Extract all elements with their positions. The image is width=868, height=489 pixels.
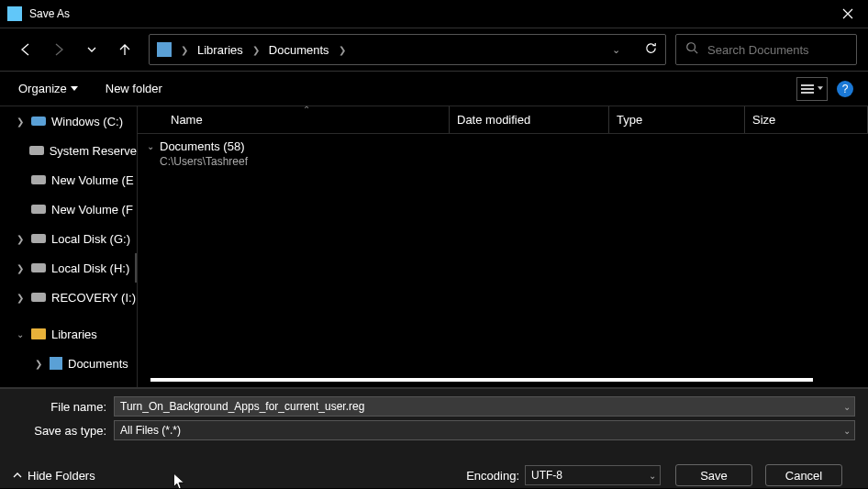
sort-indicator-icon: ⌃	[163, 105, 449, 115]
sidebar-drive-c[interactable]: ❯ Windows (C:)	[0, 106, 137, 136]
drive-label: RECOVERY (I:)	[51, 291, 136, 305]
save-type-select[interactable]: All Files (*.*) ⌄	[114, 420, 855, 440]
sidebar-documents[interactable]: ❯ Documents	[0, 349, 137, 378]
svg-rect-1	[801, 84, 814, 86]
title-bar: Save As	[0, 0, 868, 28]
drive-label: New Volume (E	[51, 173, 134, 187]
chevron-right-icon[interactable]: ❯	[181, 45, 188, 55]
drive-icon	[29, 146, 44, 155]
chevron-down-icon[interactable]: ⌄	[843, 402, 851, 412]
new-folder-label: New folder	[106, 82, 162, 95]
column-headers: ⌃ Name Date modified Type Size	[138, 106, 868, 134]
save-button[interactable]: Save	[675, 464, 752, 486]
recent-button[interactable]	[77, 35, 106, 64]
column-date[interactable]: Date modified	[450, 106, 609, 133]
chevron-right-icon[interactable]: ❯	[339, 45, 346, 55]
encoding-select[interactable]: UTF-8 ⌄	[525, 465, 661, 485]
chevron-down-icon: ⌄	[17, 329, 26, 339]
drive-label: Local Disk (G:)	[51, 232, 130, 246]
encoding-value: UTF-8	[531, 469, 562, 482]
windows-drive-icon	[31, 117, 46, 126]
drive-icon	[31, 234, 46, 243]
sidebar-drive[interactable]: ❯ RECOVERY (I:)	[0, 283, 137, 312]
window-title: Save As	[29, 7, 827, 20]
sidebar-drive[interactable]: New Volume (E	[0, 165, 137, 194]
group-header[interactable]: ⌄ Documents (58)	[143, 139, 868, 153]
organize-button[interactable]: Organize	[18, 82, 78, 95]
column-size[interactable]: Size	[745, 106, 868, 133]
documents-icon	[50, 357, 62, 370]
drive-label: New Volume (F	[51, 203, 133, 217]
sidebar: ❯ Windows (C:) System Reserve New Volume…	[0, 106, 138, 387]
group-subtitle: C:\Users\Tashreef	[143, 155, 868, 168]
search-box[interactable]	[675, 34, 857, 65]
drive-label: Local Disk (H:)	[51, 261, 129, 275]
back-button[interactable]	[11, 35, 40, 64]
drive-icon	[31, 205, 46, 214]
chevron-right-icon: ❯	[17, 263, 26, 273]
command-bar: Organize New folder ?	[0, 72, 868, 106]
documents-label: Documents	[68, 357, 128, 371]
organize-label: Organize	[18, 82, 67, 95]
view-button[interactable]	[796, 77, 828, 101]
encoding-label: Encoding:	[466, 469, 519, 483]
breadcrumb-libraries[interactable]: Libraries	[197, 43, 243, 57]
file-name-label: File name:	[13, 400, 114, 414]
chevron-down-icon: ⌄	[147, 141, 154, 151]
chevron-right-icon: ❯	[17, 117, 26, 127]
file-list[interactable]: ⌄ Documents (58) C:\Users\Tashreef	[138, 134, 868, 387]
breadcrumb-documents[interactable]: Documents	[269, 43, 329, 57]
drive-icon	[31, 263, 46, 272]
sidebar-drive[interactable]: New Volume (F	[0, 194, 137, 224]
help-button[interactable]: ?	[837, 81, 853, 97]
column-type[interactable]: Type	[609, 106, 745, 133]
close-button[interactable]	[827, 0, 868, 28]
file-name-value: Turn_On_Background_Apps_for_current_user…	[120, 400, 364, 413]
notepad-icon	[7, 6, 22, 21]
libraries-label: Libraries	[51, 328, 97, 341]
sidebar-libraries[interactable]: ⌄ Libraries	[0, 319, 137, 349]
sidebar-drive[interactable]: ❯ Local Disk (G:)	[0, 224, 137, 253]
main-area: ❯ Windows (C:) System Reserve New Volume…	[0, 106, 868, 387]
svg-rect-2	[801, 88, 814, 90]
column-name[interactable]: ⌃ Name	[163, 106, 450, 133]
chevron-right-icon: ❯	[17, 234, 26, 244]
save-type-value: All Files (*.*)	[120, 424, 181, 437]
nav-bar: ❯ Libraries ❯ Documents ❯ ⌄	[0, 28, 868, 72]
file-name-input[interactable]: Turn_On_Background_Apps_for_current_user…	[114, 396, 855, 417]
chevron-right-icon: ❯	[35, 359, 44, 369]
sidebar-drive[interactable]: System Reserve	[0, 136, 137, 165]
chevron-down-icon[interactable]: ⌄	[649, 471, 656, 481]
drive-icon	[31, 293, 46, 302]
save-form: File name: Turn_On_Background_Apps_for_c…	[0, 387, 868, 488]
address-bar[interactable]: ❯ Libraries ❯ Documents ❯ ⌄	[149, 34, 666, 65]
search-input[interactable]	[707, 43, 862, 57]
save-type-label: Save as type:	[13, 424, 114, 438]
library-icon	[157, 42, 172, 57]
drive-icon	[31, 175, 46, 184]
hide-folders-button[interactable]: Hide Folders	[13, 469, 95, 483]
chevron-down-icon[interactable]: ⌄	[612, 44, 620, 56]
forward-button[interactable]	[44, 35, 73, 64]
folder-icon	[31, 328, 46, 339]
drive-label: Windows (C:)	[51, 115, 123, 128]
svg-rect-3	[801, 92, 814, 94]
cancel-button[interactable]: Cancel	[765, 464, 842, 486]
new-folder-button[interactable]: New folder	[106, 82, 162, 95]
chevron-right-icon: ❯	[17, 293, 26, 303]
content-area: ⌃ Name Date modified Type Size ⌄ Documen…	[138, 106, 868, 387]
hide-folders-label: Hide Folders	[28, 469, 95, 483]
up-button[interactable]	[110, 35, 139, 64]
horizontal-scrollbar[interactable]	[150, 378, 855, 387]
refresh-icon[interactable]	[644, 41, 658, 59]
chevron-right-icon[interactable]: ❯	[252, 45, 260, 55]
chevron-down-icon[interactable]: ⌄	[843, 426, 851, 436]
group-title: Documents (58)	[160, 139, 244, 153]
search-icon	[685, 41, 698, 58]
svg-point-0	[687, 43, 696, 51]
drive-label: System Reserve	[50, 144, 137, 158]
sidebar-drive[interactable]: ❯ Local Disk (H:)	[0, 253, 137, 283]
